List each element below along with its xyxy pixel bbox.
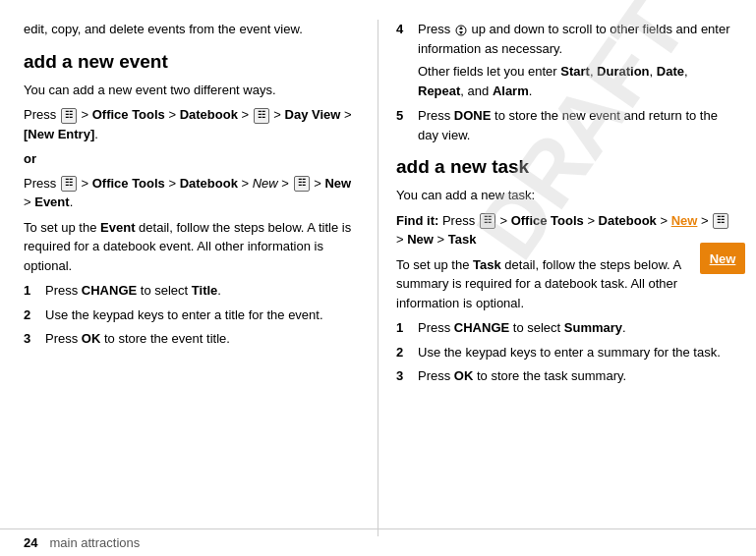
task-step-text-3: Press OK to store the task summary. [418, 366, 732, 386]
new-highlight: New [671, 213, 698, 228]
task-step-num-1: 1 [396, 318, 414, 338]
add-event-path1: Press ☷ > Office Tools > Datebook > ☷ > … [24, 105, 360, 143]
new-highlight-text: New [710, 251, 736, 266]
menu-icon-1: ☷ [61, 108, 77, 124]
task-step-num-2: 2 [396, 343, 414, 362]
section-title-add-task: add a new task [396, 156, 732, 178]
left-column: edit, copy, and delete events from the e… [24, 20, 378, 536]
find-it-label: Find it: [396, 213, 442, 228]
right-column: 4 Press up and down to scroll to other f… [378, 20, 732, 536]
task-step-text-2: Use the keypad keys to enter a summary f… [418, 343, 732, 362]
find-it: Find it: Press ☷ > Office Tools > Datebo… [396, 211, 732, 250]
footer: 24 main attractions [0, 528, 756, 556]
event-step-4: 4 Press up and down to scroll to other f… [396, 20, 732, 100]
task-step-2: 2 Use the keypad keys to enter a summary… [396, 343, 732, 362]
step-num-3: 3 [24, 329, 41, 349]
menu-icon-6: ☷ [713, 213, 728, 229]
press-label-2: Press [24, 176, 60, 191]
step-text-4: Press up and down to scroll to other fie… [418, 20, 732, 100]
menu-icon-5: ☷ [480, 213, 495, 229]
svg-marker-2 [459, 31, 463, 34]
event-step-5: 5 Press DONE to store the new event and … [396, 106, 732, 144]
step-text-2: Use the keypad keys to enter a title for… [45, 306, 360, 325]
or-text: or [24, 149, 360, 169]
footer-label: main attractions [49, 535, 140, 550]
page-number: 24 [24, 535, 37, 550]
task-step-text-1: Press CHANGE to select Summary. [418, 318, 732, 338]
menu-icon-4: ☷ [294, 176, 310, 192]
task-steps: 1 Press CHANGE to select Summary. 2 Use … [396, 318, 732, 386]
svg-marker-1 [459, 27, 463, 29]
step-text-3: Press OK to store the event title. [45, 329, 360, 349]
page-container: edit, copy, and delete events from the e… [0, 0, 756, 556]
task-step-num-3: 3 [396, 366, 414, 386]
step-num-2: 2 [24, 306, 41, 325]
step-num-4: 4 [396, 20, 414, 39]
task-step-1: 1 Press CHANGE to select Summary. [396, 318, 732, 338]
find-it-path: > Office Tools > Datebook > [499, 213, 670, 228]
add-event-para1: You can add a new event two different wa… [24, 81, 360, 100]
section-title-add-event: add a new event [24, 51, 360, 73]
find-it-end: > [701, 213, 712, 228]
task-step-3: 3 Press OK to store the task summary. [396, 366, 732, 386]
add-event-path2: Press ☷ > Office Tools > Datebook > New … [24, 174, 360, 212]
event-step-2: 2 Use the keypad keys to enter a title f… [24, 306, 360, 325]
intro-text: edit, copy, and delete events from the e… [24, 20, 360, 39]
event-steps: 1 Press CHANGE to select Title. 2 Use th… [24, 281, 360, 349]
step-num-5: 5 [396, 106, 414, 126]
step-num-1: 1 [24, 281, 41, 301]
task-setup-text: To set up the Task detail, follow the st… [396, 255, 732, 313]
step-text-1: Press CHANGE to select Title. [45, 281, 360, 301]
menu-icon-2: ☷ [254, 108, 269, 124]
step-text-5: Press DONE to store the new event and re… [418, 106, 732, 144]
press-label-1: Press [24, 107, 60, 122]
event-step-3: 3 Press OK to store the event title. [24, 329, 360, 349]
menu-icon-3: ☷ [61, 176, 77, 192]
path1-detail: > Office Tools > Datebook > [81, 107, 252, 122]
path2-detail: > Office Tools > Datebook > New > [81, 176, 292, 191]
event-step-1: 1 Press CHANGE to select Title. [24, 281, 360, 301]
add-task-para1: You can add a new task: [396, 186, 732, 205]
new-highlight-box: New [700, 243, 745, 274]
event-setup-text: To set up the Event detail, follow the s… [24, 218, 360, 276]
find-it-end2: > New > Task [396, 232, 476, 247]
find-it-text: Press [442, 213, 479, 228]
scroll-icon [455, 25, 467, 36]
